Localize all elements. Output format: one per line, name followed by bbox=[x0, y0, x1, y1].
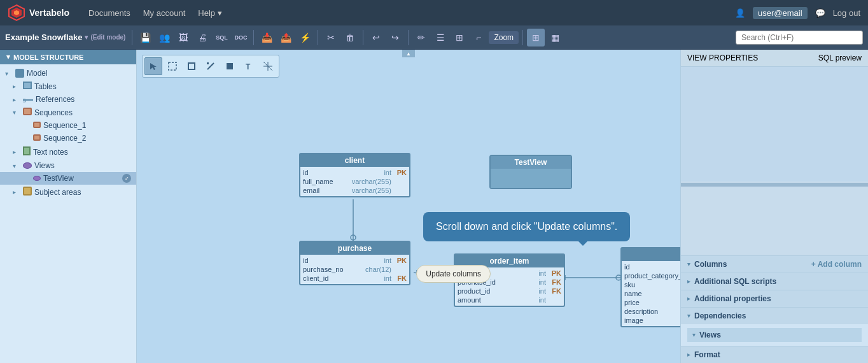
scroll-top-button[interactable]: ▲ bbox=[402, 50, 415, 57]
sidebar-item-sequence2[interactable]: ▸ Sequence_2 bbox=[0, 132, 136, 145]
save-button[interactable]: 💾 bbox=[136, 29, 154, 46]
view-mode-compact[interactable]: ▦ bbox=[546, 29, 564, 46]
main-layout: ▾ MODEL STRUCTURE ▾ Model ▸ Tables ▸ ╠ bbox=[0, 50, 868, 363]
cut-button[interactable]: ✂ bbox=[322, 29, 340, 46]
draw-select-tool[interactable] bbox=[164, 57, 181, 75]
right-panel-content bbox=[681, 67, 868, 255]
edit-button[interactable]: ✏ bbox=[412, 29, 430, 46]
canvas-area[interactable]: ▲ T bbox=[137, 50, 680, 363]
nav-username[interactable]: user@email bbox=[753, 7, 808, 19]
update-columns-button[interactable]: Update columns bbox=[416, 265, 491, 283]
doc-button[interactable]: DOC bbox=[232, 29, 249, 46]
view-testview-header: TestView bbox=[491, 156, 571, 169]
sidebar-item-textnotes[interactable]: ▸ Text notes bbox=[0, 145, 136, 159]
logo[interactable]: Vertabelo bbox=[8, 4, 69, 22]
doc-mode: (Edit mode) bbox=[90, 34, 125, 41]
export-button[interactable]: 📤 bbox=[277, 29, 295, 46]
draw-pointer-tool[interactable] bbox=[144, 57, 162, 75]
zoom-button[interactable]: Zoom bbox=[489, 31, 519, 44]
sidebar-tables-label: Tables bbox=[34, 82, 57, 91]
toolbar-sep-3 bbox=[318, 30, 318, 45]
accordion-views-sub-header[interactable]: ▾ Views bbox=[687, 328, 862, 342]
sidebar-item-views[interactable]: ▾ Views bbox=[0, 159, 136, 172]
views-sub-label: Views bbox=[699, 331, 721, 339]
right-panel-scrollbar[interactable] bbox=[681, 183, 868, 187]
nav-user-icon: 👤 bbox=[735, 8, 745, 18]
table-client[interactable]: client id int PK full_name varchar(255) … bbox=[299, 153, 410, 197]
table-row: product_id int FK bbox=[458, 287, 561, 295]
table-row: email varchar(255) bbox=[303, 186, 407, 195]
seqs-expand-icon: ▾ bbox=[13, 109, 20, 116]
subj-icon bbox=[23, 187, 32, 197]
sidebar-subj-label: Subject areas bbox=[34, 188, 81, 197]
top-nav: Vertabelo Documents My account Help ▾ 👤 … bbox=[0, 0, 868, 25]
search-input[interactable] bbox=[736, 31, 863, 45]
table-product-body: id int PK product_category_id int FK sku… bbox=[622, 261, 680, 326]
right-panel-header: VIEW PROPERTIES SQL preview bbox=[681, 50, 868, 67]
table-product[interactable]: product id int PK product_category_id in… bbox=[620, 247, 680, 327]
model-expand-icon: ▾ bbox=[5, 70, 13, 77]
views-expand-icon: ▾ bbox=[13, 162, 20, 169]
draw-rect-filled-tool[interactable] bbox=[221, 57, 239, 75]
sidebar-item-subjectareas[interactable]: ▸ Subject areas bbox=[0, 185, 136, 199]
connect-button[interactable]: ⌐ bbox=[470, 29, 487, 46]
seqs-icon bbox=[23, 108, 32, 117]
import-button[interactable]: 📥 bbox=[258, 29, 276, 46]
list-button[interactable]: ☰ bbox=[431, 29, 449, 46]
accordion-deps-header[interactable]: ▾ Dependencies bbox=[681, 308, 868, 324]
toolbar-sep-4 bbox=[363, 30, 363, 45]
view-mode-table[interactable]: ⊞ bbox=[527, 29, 545, 46]
nav-help[interactable]: Help ▾ bbox=[198, 8, 221, 18]
view-testview-body bbox=[491, 169, 571, 188]
nav-links: Documents My account Help ▾ bbox=[88, 8, 222, 18]
sidebar-item-testview[interactable]: ▸ TestView ✓ bbox=[0, 172, 136, 185]
doc-mode-dropdown[interactable]: ▾ bbox=[85, 34, 88, 41]
print-button[interactable]: 🖨 bbox=[193, 29, 211, 46]
sidebar-item-sequence1[interactable]: ▸ Sequence_1 bbox=[0, 119, 136, 132]
sidebar-item-sequences[interactable]: ▾ Sequences bbox=[0, 106, 136, 119]
delete-button[interactable]: 🗑 bbox=[341, 29, 359, 46]
redo-button[interactable]: ↪ bbox=[386, 29, 404, 46]
sidebar-notes-label: Text notes bbox=[33, 148, 68, 157]
table-row: purchase_no char(12) bbox=[303, 265, 407, 274]
sidebar-item-references[interactable]: ▸ ╠ References bbox=[0, 93, 136, 106]
manage-users-button[interactable]: 👥 bbox=[155, 29, 173, 46]
image-button[interactable]: 🖼 bbox=[174, 29, 192, 46]
sidebar-collapse-icon[interactable]: ▾ bbox=[6, 53, 10, 61]
accordion-addprops-header[interactable]: ▸ Additional properties bbox=[681, 290, 868, 307]
sql-preview-link[interactable]: SQL preview bbox=[818, 53, 862, 62]
nav-logout[interactable]: Log out bbox=[833, 8, 860, 18]
transform-button[interactable]: ⚡ bbox=[296, 29, 314, 46]
draw-rect-tool[interactable] bbox=[183, 57, 200, 75]
accordion-dependencies: ▾ Dependencies ▾ Views bbox=[681, 307, 868, 346]
accordion-format-header[interactable]: ▸ Format bbox=[681, 346, 868, 363]
table-row: id int PK bbox=[624, 262, 680, 271]
accordion-sql-header[interactable]: ▸ Additional SQL scripts bbox=[681, 273, 868, 290]
nav-documents[interactable]: Documents bbox=[88, 8, 130, 18]
tables-expand-icon: ▸ bbox=[13, 83, 20, 90]
table-purchase[interactable]: purchase id int PK purchase_no char(12) … bbox=[299, 241, 410, 285]
nav-myaccount[interactable]: My account bbox=[143, 8, 185, 18]
testview-selected-indicator: ✓ bbox=[122, 174, 131, 183]
sidebar-model[interactable]: ▾ Model bbox=[0, 67, 136, 80]
notes-expand-icon: ▸ bbox=[13, 148, 20, 155]
add-column-button[interactable]: + Add column bbox=[811, 260, 862, 269]
draw-text-tool[interactable]: T bbox=[240, 57, 258, 75]
table-client-header: client bbox=[300, 154, 409, 167]
drawing-toolbar: T bbox=[142, 55, 279, 78]
tv-icon bbox=[33, 176, 41, 181]
draw-line-tool[interactable] bbox=[202, 57, 220, 75]
undo-button[interactable]: ↩ bbox=[367, 29, 385, 46]
toolbar-sep-2 bbox=[253, 30, 254, 45]
accordion-columns-header[interactable]: ▾ Columns + Add column bbox=[681, 256, 868, 273]
sql-button[interactable]: SQL bbox=[213, 29, 230, 46]
align-button[interactable]: ⊞ bbox=[451, 29, 468, 46]
nav-chat-icon[interactable]: 💬 bbox=[815, 8, 825, 18]
sidebar-item-tables[interactable]: ▸ Tables bbox=[0, 80, 136, 93]
view-testview[interactable]: TestView bbox=[489, 155, 572, 189]
svg-rect-5 bbox=[169, 62, 176, 70]
right-panel: VIEW PROPERTIES SQL preview ▾ Columns + … bbox=[680, 50, 868, 363]
sidebar-seq1-label: Sequence_1 bbox=[43, 121, 86, 130]
draw-crosshatch-tool[interactable] bbox=[259, 57, 277, 75]
left-sidebar: ▾ MODEL STRUCTURE ▾ Model ▸ Tables ▸ ╠ bbox=[0, 50, 137, 363]
